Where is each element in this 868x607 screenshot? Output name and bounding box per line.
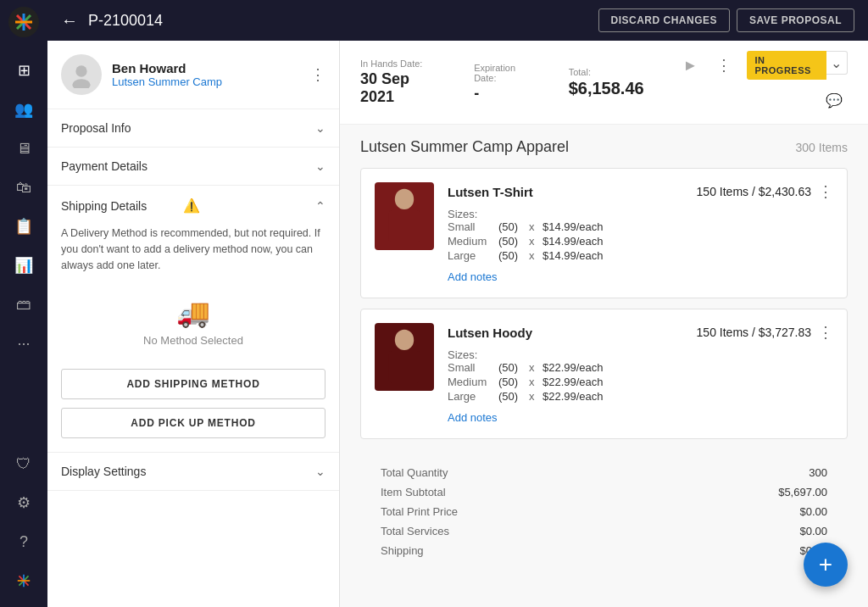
nav-settings-icon[interactable]: ⚙ [7, 486, 41, 520]
svg-rect-12 [388, 210, 420, 242]
proposal-info-section: Proposal Info ⌄ [47, 109, 339, 148]
in-hands-date-field: In Hands Date: 30 Sep 2021 [360, 58, 440, 106]
payment-details-label: Payment Details [61, 159, 315, 173]
size-row: Medium (50) x $14.99/each [448, 235, 833, 248]
discard-changes-button[interactable]: DISCARD CHANGES [598, 8, 731, 32]
size-row: Small (50) x $22.99/each [448, 361, 833, 374]
payment-details-header[interactable]: Payment Details ⌄ [47, 148, 339, 185]
nav-shield-icon[interactable]: 🛡 [7, 447, 41, 481]
summary-label: Total Print Price [381, 505, 458, 518]
total-value: $6,158.46 [569, 79, 644, 98]
group-header: Lutsen Summer Camp Apparel 300 Items [360, 138, 848, 156]
nav-store-icon[interactable]: 🛍 [7, 170, 41, 204]
product-name: Lutsen Hoody [448, 326, 697, 340]
product-menu-button[interactable]: ⋮ [818, 182, 833, 201]
left-panel: Ben Howard Lutsen Summer Camp ⋮ Proposal… [47, 41, 340, 607]
nav-tools-icon[interactable] [7, 564, 41, 598]
size-row: Small (50) x $14.99/each [448, 220, 833, 233]
product-info: Lutsen T-Shirt 150 Items / $2,430.63 ⋮ S… [448, 182, 833, 284]
back-button[interactable]: ← [61, 11, 78, 31]
product-thumbnail [375, 323, 434, 391]
product-menu-button[interactable]: ⋮ [818, 323, 833, 342]
expiration-date-value: - [474, 85, 535, 103]
summary-row: Total Services $0.00 [381, 521, 827, 541]
customer-organization[interactable]: Lutsen Summer Camp [112, 75, 310, 88]
product-name: Lutsen T-Shirt [448, 185, 697, 199]
nav-help-icon[interactable]: ? [7, 525, 41, 559]
in-hands-date-value: 30 Sep 2021 [360, 70, 440, 106]
product-info: Lutsen Hoody 150 Items / $3,727.83 ⋮ Siz… [448, 323, 833, 425]
summary-row: Item Subtotal $5,697.00 [381, 482, 827, 502]
status-dropdown-button[interactable]: ⌄ [826, 51, 848, 75]
summary-row: Total Print Price $0.00 [381, 502, 827, 521]
nav-inventory-icon[interactable]: 🗃 [7, 287, 41, 321]
top-header: ← P-2100014 DISCARD CHANGES SAVE PROPOSA… [47, 0, 868, 41]
svg-point-9 [75, 65, 86, 76]
no-method-container: 🚚 No Method Selected [61, 287, 326, 360]
customer-name: Ben Howard [112, 61, 310, 75]
proposal-meta-bar: In Hands Date: 30 Sep 2021 Expiration Da… [340, 41, 868, 125]
payment-details-section: Payment Details ⌄ [47, 148, 339, 186]
nav-orders-icon[interactable]: 🖥 [7, 131, 41, 165]
svg-point-13 [396, 191, 414, 209]
expiration-date-label: Expiration Date: [474, 63, 535, 83]
customer-menu-button[interactable]: ⋮ [310, 65, 326, 84]
summary-label: Total Quantity [381, 466, 448, 479]
summary-section: Total Quantity 300 Item Subtotal $5,697.… [360, 449, 848, 574]
group-count: 300 Items [796, 141, 848, 154]
product-thumbnail [375, 182, 434, 250]
proposal-id: P-2100014 [88, 12, 163, 30]
svg-point-16 [396, 331, 414, 349]
send-button[interactable]: ► [678, 52, 703, 79]
customer-header: Ben Howard Lutsen Summer Camp ⋮ [47, 41, 339, 109]
sizes-table: Sizes: Small (50) x $22.99/each Medium (… [448, 348, 833, 403]
status-area: IN PROGRESS ⌄ [747, 51, 848, 80]
warning-icon: ⚠️ [183, 198, 200, 214]
nav-reports-icon[interactable]: 📊 [7, 248, 41, 282]
nav-more-icon[interactable]: ··· [7, 326, 41, 360]
no-method-text: No Method Selected [143, 334, 243, 347]
proposal-info-header[interactable]: Proposal Info ⌄ [47, 109, 339, 147]
add-notes-link[interactable]: Add notes [448, 270, 498, 283]
group-section: Lutsen Summer Camp Apparel 300 Items [340, 125, 868, 588]
product-card: Lutsen Hoody 150 Items / $3,727.83 ⋮ Siz… [360, 309, 848, 439]
right-panel: In Hands Date: 30 Sep 2021 Expiration Da… [340, 41, 868, 607]
sizes-label: Sizes: [448, 348, 477, 361]
add-shipping-method-button[interactable]: ADD SHIPPING METHOD [61, 369, 326, 399]
display-settings-header[interactable]: Display Settings ⌄ [47, 453, 339, 490]
meta-more-button[interactable]: ⋮ [711, 52, 736, 79]
nav-dashboard-icon[interactable]: ⊞ [7, 53, 41, 87]
comment-button[interactable]: 💬 [821, 86, 848, 114]
shipping-details-section: Shipping Details ⚠️ ⌃ A Delivery Method … [47, 186, 339, 453]
group-title: Lutsen Summer Camp Apparel [360, 138, 796, 156]
save-proposal-button[interactable]: SAVE PROPOSAL [737, 8, 854, 32]
app-logo[interactable] [8, 7, 39, 41]
summary-value: $5,697.00 [778, 486, 827, 498]
avatar [61, 54, 102, 95]
summary-label: Shipping [381, 544, 424, 557]
svg-point-10 [72, 79, 90, 88]
proposal-info-chevron-icon: ⌄ [315, 121, 326, 135]
payment-details-chevron-icon: ⌄ [315, 159, 326, 173]
total-field: Total: $6,158.46 [569, 67, 644, 98]
display-settings-chevron-icon: ⌄ [315, 465, 326, 478]
product-card: Lutsen T-Shirt 150 Items / $2,430.63 ⋮ S… [360, 168, 848, 298]
add-pickup-method-button[interactable]: ADD PICK UP METHOD [61, 408, 326, 438]
add-notes-link[interactable]: Add notes [448, 411, 498, 424]
display-settings-section: Display Settings ⌄ [47, 453, 339, 491]
shipping-details-label: Shipping Details [61, 199, 176, 213]
icon-sidebar: ⊞ 👥 🖥 🛍 📋 📊 🗃 ··· 🛡 ⚙ ? [0, 0, 47, 607]
truck-icon: 🚚 [176, 297, 210, 329]
summary-row: Total Quantity 300 [381, 463, 827, 482]
product-price: 150 Items / $2,430.63 [697, 185, 811, 198]
nav-documents-icon[interactable]: 📋 [7, 209, 41, 243]
shipping-details-header[interactable]: Shipping Details ⚠️ ⌃ [47, 186, 339, 226]
customer-info: Ben Howard Lutsen Summer Camp [112, 61, 310, 88]
in-hands-date-label: In Hands Date: [360, 58, 440, 69]
nav-users-icon[interactable]: 👥 [7, 92, 41, 126]
svg-rect-15 [388, 351, 420, 382]
fab-button[interactable]: + [804, 543, 848, 587]
summary-value: $0.00 [799, 525, 827, 537]
proposal-info-label: Proposal Info [61, 121, 315, 135]
sizes-label: Sizes: [448, 208, 477, 220]
